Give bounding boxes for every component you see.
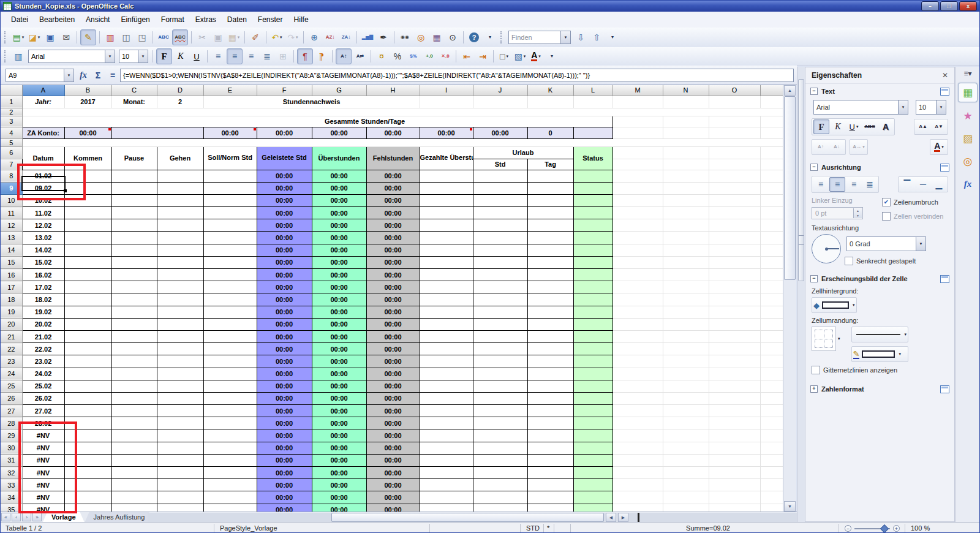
- cell[interactable]: [663, 479, 709, 491]
- cell-fehlstunden-13[interactable]: 00:00: [366, 232, 420, 244]
- cell-urlaub-tag-32[interactable]: [527, 467, 573, 479]
- cell-fehlstunden-19[interactable]: 00:00: [366, 306, 420, 318]
- cell-urlaub-std-27[interactable]: [473, 405, 527, 417]
- cell-gehen-15[interactable]: [157, 256, 203, 268]
- cell[interactable]: [760, 306, 783, 318]
- cell[interactable]: [527, 96, 573, 108]
- cell[interactable]: [709, 330, 760, 342]
- cell-geleistete-18[interactable]: 00:00: [257, 293, 312, 306]
- header-datum[interactable]: Datum: [22, 146, 64, 170]
- cell-datum-26[interactable]: 26.02: [22, 392, 64, 404]
- cell[interactable]: [709, 244, 760, 256]
- cell-datum-14[interactable]: 14.02: [22, 244, 64, 256]
- cell[interactable]: [22, 138, 783, 146]
- row-header-33[interactable]: 33: [1, 479, 22, 491]
- row-header-18[interactable]: 18: [1, 293, 22, 306]
- cell[interactable]: [612, 380, 663, 392]
- row-header-12[interactable]: 12: [1, 219, 22, 232]
- cell-pause-8[interactable]: [111, 170, 157, 182]
- menu-fenster[interactable]: Fenster: [252, 13, 288, 26]
- cell-fehlstunden-31[interactable]: 00:00: [366, 454, 420, 466]
- function-wizard-button[interactable]: fx: [76, 70, 91, 80]
- cell-gehen-28[interactable]: [157, 417, 203, 429]
- summary-banner-cell[interactable]: Gesammte Stunden/Tage: [257, 116, 473, 127]
- cell-gezahlte-12[interactable]: [420, 219, 473, 232]
- cell-pause-31[interactable]: [111, 454, 157, 466]
- header-geleistete-std[interactable]: Geleistete Std: [257, 146, 312, 170]
- edit-mode-button[interactable]: ✎: [80, 29, 96, 45]
- cell-soll-9[interactable]: [203, 182, 257, 194]
- cell-geleistete-35[interactable]: 00:00: [257, 504, 312, 512]
- cell-soll-28[interactable]: [203, 417, 257, 429]
- cell-za-konto-label[interactable]: ZA Konto:: [22, 127, 64, 138]
- header-status[interactable]: Status: [573, 146, 612, 170]
- cell-urlaub-std-22[interactable]: [473, 343, 527, 355]
- cell-gehen-32[interactable]: [157, 467, 203, 479]
- cell[interactable]: [663, 127, 709, 138]
- cell-gehen-35[interactable]: [157, 504, 203, 512]
- cell-urlaub-tag-35[interactable]: [527, 504, 573, 512]
- insert-chart-button[interactable]: ▂▅▇: [360, 30, 375, 45]
- column-header-b[interactable]: B: [64, 85, 111, 96]
- column-header-d[interactable]: D: [157, 85, 203, 96]
- cell[interactable]: [709, 318, 760, 330]
- dropdown-icon[interactable]: ▼: [898, 100, 908, 114]
- cell[interactable]: [663, 330, 709, 342]
- cell-gezahlte-8[interactable]: [420, 170, 473, 182]
- cell-kommen-20[interactable]: [64, 318, 111, 330]
- cell-za-k4[interactable]: 0: [527, 127, 573, 138]
- cell-pause-12[interactable]: [111, 219, 157, 232]
- cell-geleistete-9[interactable]: 00:00: [257, 182, 312, 194]
- cell-ueberstunden-9[interactable]: 00:00: [312, 182, 366, 194]
- cell-geleistete-32[interactable]: 00:00: [257, 467, 312, 479]
- cell-geleistete-21[interactable]: 00:00: [257, 330, 312, 342]
- header-pause[interactable]: Pause: [111, 146, 157, 170]
- cell-ueberstunden-27[interactable]: 00:00: [312, 405, 366, 417]
- header-gehen[interactable]: Gehen: [157, 146, 203, 170]
- cell-urlaub-tag-33[interactable]: [527, 479, 573, 491]
- cell[interactable]: [612, 281, 663, 293]
- cell-urlaub-tag-25[interactable]: [527, 380, 573, 392]
- cell[interactable]: [663, 306, 709, 318]
- menu-daten[interactable]: Daten: [222, 13, 252, 26]
- cell-fehlstunden-33[interactable]: 00:00: [366, 479, 420, 491]
- cell[interactable]: [709, 116, 760, 127]
- cell-gehen-19[interactable]: [157, 306, 203, 318]
- cell[interactable]: [612, 207, 663, 219]
- cell-kommen-19[interactable]: [64, 306, 111, 318]
- cell[interactable]: [612, 244, 663, 256]
- cell[interactable]: [473, 96, 527, 108]
- cell[interactable]: [663, 504, 709, 512]
- underline-button[interactable]: U: [189, 49, 204, 64]
- cell-kommen-10[interactable]: [64, 194, 111, 206]
- cell-urlaub-std-25[interactable]: [473, 380, 527, 392]
- cell-status-10[interactable]: [573, 194, 612, 206]
- cell-gezahlte-20[interactable]: [420, 318, 473, 330]
- dropdown-icon[interactable]: ▼: [936, 100, 946, 114]
- cell-fehlstunden-18[interactable]: 00:00: [366, 293, 420, 306]
- cell[interactable]: [612, 146, 663, 159]
- cell[interactable]: [760, 392, 783, 404]
- dropdown-icon[interactable]: ▾: [905, 332, 907, 337]
- cell[interactable]: [527, 116, 573, 127]
- border-preset-button[interactable]: [812, 327, 836, 351]
- cell-status-23[interactable]: [573, 355, 612, 368]
- cell-gehen-20[interactable]: [157, 318, 203, 330]
- cell-pause-32[interactable]: [111, 467, 157, 479]
- find-next-button[interactable]: ⇩: [573, 30, 588, 45]
- cell[interactable]: [663, 96, 709, 108]
- cell-status-19[interactable]: [573, 306, 612, 318]
- cell-gezahlte-31[interactable]: [420, 454, 473, 466]
- cell-fehlstunden-17[interactable]: 00:00: [366, 281, 420, 293]
- cell-kommen-12[interactable]: [64, 219, 111, 232]
- cell[interactable]: [663, 281, 709, 293]
- cell-urlaub-std-31[interactable]: [473, 454, 527, 466]
- cell-kommen-13[interactable]: [64, 232, 111, 244]
- cell-gehen-33[interactable]: [157, 479, 203, 491]
- cell-pause-15[interactable]: [111, 256, 157, 268]
- undo-button[interactable]: ↶▾: [270, 30, 284, 45]
- cell-ueberstunden-30[interactable]: 00:00: [312, 442, 366, 454]
- cell-datum-33[interactable]: #NV: [22, 479, 64, 491]
- cell[interactable]: [612, 219, 663, 232]
- cell-ueberstunden-33[interactable]: 00:00: [312, 479, 366, 491]
